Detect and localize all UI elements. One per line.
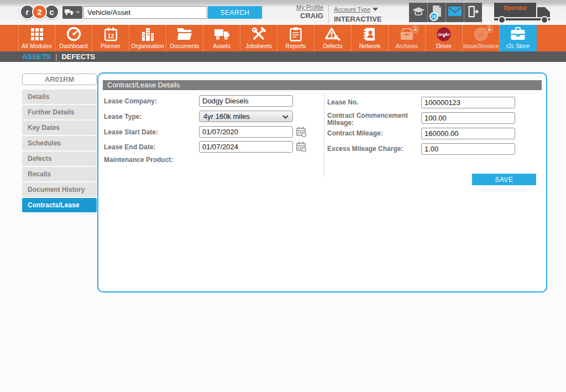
grid-icon: [30, 26, 44, 42]
my-profile-block: My Profile CRAIG: [296, 4, 323, 23]
contract-commencement-mileage-input[interactable]: [421, 112, 515, 124]
svg-text:i2i: i2i: [478, 32, 484, 37]
sidebar-item-further-details[interactable]: Further Details: [22, 105, 97, 119]
nav-tile-reports[interactable]: Reports: [277, 25, 315, 51]
contract-mileage-input[interactable]: [421, 128, 515, 139]
folder-icon: [177, 26, 192, 42]
breadcrumb-defects: DEFECTS: [61, 53, 95, 61]
module-nav: All Modules Dashboard 12 Planner Organis…: [0, 25, 566, 51]
lease-end-date-input[interactable]: [199, 141, 293, 153]
contract-lease-panel: Contract/Lease Details Lease Company: Le…: [97, 72, 547, 292]
briefcase-icon: [510, 26, 526, 42]
chevron-down-icon: [76, 11, 80, 14]
maintenance-product-label: Maintenance Product:: [104, 156, 173, 164]
calendar-icon: 12: [104, 26, 118, 42]
buildings-icon: [141, 26, 154, 42]
lease-start-date-label: Lease Start Date:: [104, 129, 158, 136]
lease-company-input[interactable]: [199, 95, 293, 107]
logout-door-icon: [467, 6, 479, 20]
save-button[interactable]: SAVE: [472, 174, 536, 185]
truck-icon: [214, 26, 230, 42]
breadcrumb-assets[interactable]: ASSETS: [22, 53, 51, 61]
profile-area: My Profile CRAIG Account Type INTERACTIV…: [296, 4, 382, 23]
breadcrumb-divider: |: [51, 53, 61, 61]
sidebar-item-contracts-lease[interactable]: Contracts/Lease: [22, 198, 97, 212]
sidebar-item-document-history[interactable]: Document History: [22, 182, 97, 197]
account-type-link[interactable]: Account Type: [334, 6, 370, 13]
top-header: r 2 c SEARCH My Profile CRAIG Account Ty…: [0, 0, 566, 25]
sidebar-item-key-dates[interactable]: Key Dates: [22, 121, 97, 135]
account-type-value: INTERACTIVE: [334, 15, 382, 23]
nav-tile-network[interactable]: Network: [352, 25, 389, 51]
lease-company-label: Lease Company:: [104, 98, 157, 105]
chevron-down-icon: [373, 8, 378, 11]
calendar-icon[interactable]: [296, 127, 307, 137]
divider: [328, 5, 329, 23]
nav-tile-jobsheets[interactable]: Jobsheets: [240, 25, 277, 51]
account-type-block: Account Type INTERACTIVE: [334, 4, 382, 23]
sidebar-item-defects[interactable]: Defects: [22, 151, 97, 166]
nav-tile-dashboard[interactable]: Dashboard: [55, 25, 92, 51]
panel-title: Contract/Lease Details: [103, 80, 542, 90]
column-divider: [324, 93, 324, 176]
svg-text:12: 12: [107, 33, 114, 39]
vehicle-type-dropdown[interactable]: [62, 6, 82, 19]
nav-tile-all-modules[interactable]: All Modules: [18, 25, 55, 51]
asset-id-box: AR01RM: [22, 74, 97, 85]
nav-tile-archives[interactable]: Archives: [389, 25, 426, 51]
chevron-down-icon: [282, 112, 289, 121]
notification-badge: 76: [429, 12, 438, 21]
dashboard-icon: [66, 26, 81, 42]
contacts-icon: [363, 26, 376, 42]
breadcrumb: ASSETS|DEFECTS: [0, 51, 566, 62]
r2c-logo[interactable]: r 2 c: [20, 4, 59, 19]
graduation-cap-icon: [412, 6, 425, 19]
lease-type-label: Lease Type:: [104, 113, 142, 121]
nav-tile-r2c-store[interactable]: r2c Store: [500, 25, 537, 51]
calendar-icon[interactable]: [296, 142, 307, 152]
lease-no-input[interactable]: [421, 97, 515, 108]
lock-icon: [412, 25, 419, 34]
sidebar-item-schedules[interactable]: Schedules: [22, 136, 97, 150]
excess-mileage-charge-input[interactable]: [421, 143, 515, 155]
header-icon-strip: 76: [409, 3, 482, 22]
logout-button[interactable]: [464, 3, 482, 22]
lease-start-date-input[interactable]: [199, 126, 293, 138]
logo-letter: 2: [32, 4, 47, 19]
clipboard-icon: [290, 26, 302, 42]
truck-icon: [65, 8, 74, 18]
nav-tile-assets[interactable]: Assets: [203, 25, 240, 51]
nav-tile-defects[interactable]: Defects: [315, 25, 352, 51]
search-button[interactable]: SEARCH: [208, 6, 262, 19]
sidebar-item-recalls[interactable]: Recalls: [22, 167, 97, 181]
lease-type-select[interactable]: 4yr 160k miles: [199, 111, 293, 122]
nav-tile-driver[interactable]: Driver Driver: [426, 25, 463, 51]
sidebar-item-details[interactable]: Details: [22, 90, 97, 104]
notifications-button[interactable]: 76: [427, 3, 446, 22]
lock-icon: [486, 25, 493, 34]
tools-icon: [251, 26, 266, 42]
lease-end-date-label: Lease End Date:: [104, 144, 155, 151]
contract-mileage-label: Contract Mileage:: [327, 130, 383, 137]
excess-mileage-charge-label: Excess Mileage Charge:: [327, 145, 403, 153]
envelope-icon: [448, 7, 462, 18]
lease-no-label: Lease No.: [327, 99, 359, 106]
nav-tile-planner[interactable]: 12 Planner: [92, 25, 129, 51]
nav-tile-documents[interactable]: Documents: [166, 25, 203, 51]
operator-truck-button[interactable]: Operator: [490, 1, 563, 24]
training-button[interactable]: [409, 3, 427, 22]
asset-sidebar: AR01RM Details Further Details Key Dates…: [22, 74, 97, 213]
nav-tile-organisation[interactable]: Organisation: [129, 25, 166, 51]
nav-tile-issue2invoice[interactable]: i2i Issue2Invoice: [463, 25, 500, 51]
operator-label: Operator: [497, 5, 533, 11]
my-profile-link[interactable]: My Profile: [296, 4, 323, 11]
driver-icon: Driver: [436, 26, 452, 42]
warning-icon: [325, 26, 340, 42]
search-input[interactable]: [83, 6, 207, 19]
svg-text:Driver: Driver: [438, 32, 450, 36]
contract-commencement-mileage-label: Contract Commencement Mileage:: [327, 112, 416, 127]
user-name: CRAIG: [296, 12, 323, 20]
messages-button[interactable]: [446, 3, 464, 22]
